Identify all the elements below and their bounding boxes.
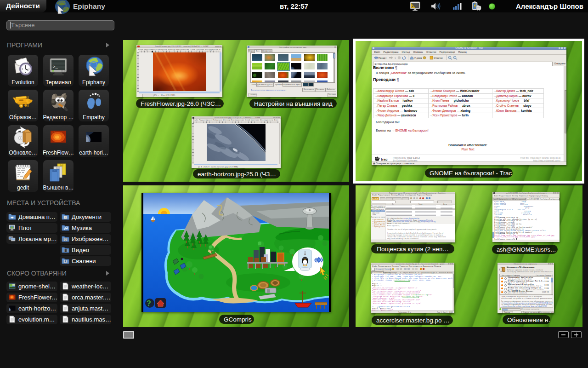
svg-text:У дома: У дома <box>414 57 422 59</box>
svg-text:Назад: Назад <box>379 57 385 59</box>
svg-text:▾: ▾ <box>395 57 396 59</box>
svg-text:▾: ▾ <box>385 57 387 59</box>
svg-text:trac: trac <box>381 157 388 161</box>
svg-text:?: ? <box>147 299 151 307</box>
svg-text:Отметки: Отметки <box>434 57 443 59</box>
svg-text:>_: >_ <box>53 65 58 69</box>
